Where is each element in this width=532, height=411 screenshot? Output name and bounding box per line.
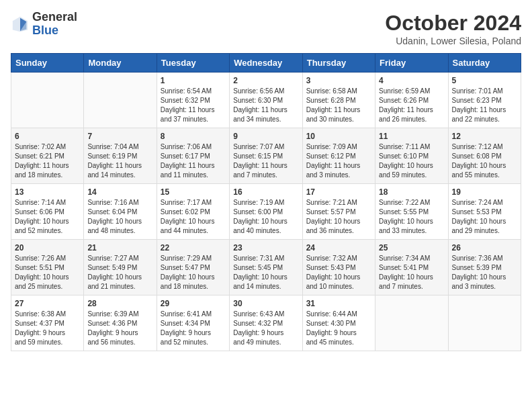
logo-text: General Blue xyxy=(32,11,77,38)
day-info: Sunrise: 7:16 AM Sunset: 6:04 PM Dayligh… xyxy=(87,198,152,236)
day-number: 18 xyxy=(379,187,444,197)
day-number: 1 xyxy=(161,76,226,85)
day-number: 3 xyxy=(306,76,371,85)
page-header: General Blue October 2024 Udanin, Lower … xyxy=(11,11,521,46)
day-info: Sunrise: 7:11 AM Sunset: 6:10 PM Dayligh… xyxy=(379,142,444,180)
day-info: Sunrise: 7:14 AM Sunset: 6:06 PM Dayligh… xyxy=(15,198,80,236)
day-info: Sunrise: 7:06 AM Sunset: 6:17 PM Dayligh… xyxy=(161,142,226,180)
calendar-cell: 20Sunrise: 7:26 AM Sunset: 5:51 PM Dayli… xyxy=(11,240,84,295)
calendar-cell: 22Sunrise: 7:29 AM Sunset: 5:47 PM Dayli… xyxy=(157,240,229,295)
week-row-3: 13Sunrise: 7:14 AM Sunset: 6:06 PM Dayli… xyxy=(11,184,521,240)
day-info: Sunrise: 6:56 AM Sunset: 6:30 PM Dayligh… xyxy=(233,87,298,124)
calendar-cell: 9Sunrise: 7:07 AM Sunset: 6:15 PM Daylig… xyxy=(230,128,302,184)
calendar-cell: 19Sunrise: 7:24 AM Sunset: 5:53 PM Dayli… xyxy=(448,184,521,240)
logo-icon xyxy=(11,15,30,34)
day-info: Sunrise: 6:54 AM Sunset: 6:32 PM Dayligh… xyxy=(161,87,226,124)
day-number: 23 xyxy=(233,243,298,253)
day-info: Sunrise: 7:27 AM Sunset: 5:49 PM Dayligh… xyxy=(87,254,152,291)
calendar-cell: 31Sunrise: 6:44 AM Sunset: 4:30 PM Dayli… xyxy=(302,295,375,351)
calendar-cell: 8Sunrise: 7:06 AM Sunset: 6:17 PM Daylig… xyxy=(157,128,229,184)
calendar-cell: 29Sunrise: 6:41 AM Sunset: 4:34 PM Dayli… xyxy=(157,295,229,351)
day-number: 25 xyxy=(379,243,444,253)
calendar-cell xyxy=(11,73,84,128)
week-row-5: 27Sunrise: 6:38 AM Sunset: 4:37 PM Dayli… xyxy=(11,295,521,351)
calendar-cell: 1Sunrise: 6:54 AM Sunset: 6:32 PM Daylig… xyxy=(157,73,229,128)
header-cell-friday: Friday xyxy=(375,54,448,73)
day-number: 4 xyxy=(379,76,444,85)
header-cell-saturday: Saturday xyxy=(448,54,521,73)
location-subtitle: Udanin, Lower Silesia, Poland xyxy=(385,36,521,46)
day-number: 26 xyxy=(452,243,517,253)
day-info: Sunrise: 7:09 AM Sunset: 6:12 PM Dayligh… xyxy=(306,142,371,180)
calendar-cell: 11Sunrise: 7:11 AM Sunset: 6:10 PM Dayli… xyxy=(375,128,448,184)
calendar-cell: 16Sunrise: 7:19 AM Sunset: 6:00 PM Dayli… xyxy=(230,184,302,240)
day-info: Sunrise: 6:39 AM Sunset: 4:36 PM Dayligh… xyxy=(87,310,152,347)
day-number: 7 xyxy=(87,132,152,141)
day-number: 13 xyxy=(15,187,80,197)
day-info: Sunrise: 6:38 AM Sunset: 4:37 PM Dayligh… xyxy=(15,310,80,347)
day-number: 14 xyxy=(87,187,152,197)
day-info: Sunrise: 6:41 AM Sunset: 4:34 PM Dayligh… xyxy=(161,310,226,347)
header-cell-monday: Monday xyxy=(84,54,157,73)
week-row-2: 6Sunrise: 7:02 AM Sunset: 6:21 PM Daylig… xyxy=(11,128,521,184)
day-info: Sunrise: 7:17 AM Sunset: 6:02 PM Dayligh… xyxy=(161,198,226,236)
week-row-1: 1Sunrise: 6:54 AM Sunset: 6:32 PM Daylig… xyxy=(11,73,521,128)
day-info: Sunrise: 6:58 AM Sunset: 6:28 PM Dayligh… xyxy=(306,87,371,124)
calendar-cell: 30Sunrise: 6:43 AM Sunset: 4:32 PM Dayli… xyxy=(230,295,302,351)
calendar-cell: 5Sunrise: 7:01 AM Sunset: 6:23 PM Daylig… xyxy=(448,73,521,128)
day-info: Sunrise: 7:04 AM Sunset: 6:19 PM Dayligh… xyxy=(87,142,152,180)
calendar-cell: 18Sunrise: 7:22 AM Sunset: 5:55 PM Dayli… xyxy=(375,184,448,240)
day-number: 17 xyxy=(306,187,371,197)
day-info: Sunrise: 7:02 AM Sunset: 6:21 PM Dayligh… xyxy=(15,142,80,180)
month-title: October 2024 xyxy=(385,11,521,36)
day-number: 27 xyxy=(15,299,80,308)
calendar-cell: 27Sunrise: 6:38 AM Sunset: 4:37 PM Dayli… xyxy=(11,295,84,351)
day-number: 12 xyxy=(452,132,517,141)
day-number: 29 xyxy=(161,299,226,308)
day-info: Sunrise: 7:07 AM Sunset: 6:15 PM Dayligh… xyxy=(233,142,298,180)
day-info: Sunrise: 6:59 AM Sunset: 6:26 PM Dayligh… xyxy=(379,87,444,124)
day-info: Sunrise: 7:24 AM Sunset: 5:53 PM Dayligh… xyxy=(452,198,517,236)
day-number: 9 xyxy=(233,132,298,141)
day-info: Sunrise: 7:36 AM Sunset: 5:39 PM Dayligh… xyxy=(452,254,517,291)
calendar-cell: 14Sunrise: 7:16 AM Sunset: 6:04 PM Dayli… xyxy=(84,184,157,240)
calendar-cell: 21Sunrise: 7:27 AM Sunset: 5:49 PM Dayli… xyxy=(84,240,157,295)
calendar-cell: 3Sunrise: 6:58 AM Sunset: 6:28 PM Daylig… xyxy=(302,73,375,128)
calendar-body: 1Sunrise: 6:54 AM Sunset: 6:32 PM Daylig… xyxy=(11,73,521,351)
calendar-cell: 7Sunrise: 7:04 AM Sunset: 6:19 PM Daylig… xyxy=(84,128,157,184)
day-number: 19 xyxy=(452,187,517,197)
day-number: 15 xyxy=(161,187,226,197)
day-info: Sunrise: 7:29 AM Sunset: 5:47 PM Dayligh… xyxy=(161,254,226,291)
day-info: Sunrise: 7:12 AM Sunset: 6:08 PM Dayligh… xyxy=(452,142,517,180)
day-info: Sunrise: 7:34 AM Sunset: 5:41 PM Dayligh… xyxy=(379,254,444,291)
calendar-table: SundayMondayTuesdayWednesdayThursdayFrid… xyxy=(11,53,521,351)
day-info: Sunrise: 6:43 AM Sunset: 4:32 PM Dayligh… xyxy=(233,310,298,347)
day-number: 24 xyxy=(306,243,371,253)
header-cell-tuesday: Tuesday xyxy=(157,54,229,73)
logo: General Blue xyxy=(11,11,77,38)
calendar-cell: 13Sunrise: 7:14 AM Sunset: 6:06 PM Dayli… xyxy=(11,184,84,240)
header-cell-sunday: Sunday xyxy=(11,54,84,73)
calendar-cell: 10Sunrise: 7:09 AM Sunset: 6:12 PM Dayli… xyxy=(302,128,375,184)
calendar-cell: 12Sunrise: 7:12 AM Sunset: 6:08 PM Dayli… xyxy=(448,128,521,184)
calendar-cell: 26Sunrise: 7:36 AM Sunset: 5:39 PM Dayli… xyxy=(448,240,521,295)
calendar-cell xyxy=(375,295,448,351)
day-number: 21 xyxy=(87,243,152,253)
day-number: 22 xyxy=(161,243,226,253)
day-number: 20 xyxy=(15,243,80,253)
week-row-4: 20Sunrise: 7:26 AM Sunset: 5:51 PM Dayli… xyxy=(11,240,521,295)
day-info: Sunrise: 6:44 AM Sunset: 4:30 PM Dayligh… xyxy=(306,310,371,347)
calendar-cell: 24Sunrise: 7:32 AM Sunset: 5:43 PM Dayli… xyxy=(302,240,375,295)
header-cell-wednesday: Wednesday xyxy=(230,54,302,73)
day-number: 30 xyxy=(233,299,298,308)
day-info: Sunrise: 7:26 AM Sunset: 5:51 PM Dayligh… xyxy=(15,254,80,291)
calendar-cell: 28Sunrise: 6:39 AM Sunset: 4:36 PM Dayli… xyxy=(84,295,157,351)
day-number: 6 xyxy=(15,132,80,141)
day-info: Sunrise: 7:19 AM Sunset: 6:00 PM Dayligh… xyxy=(233,198,298,236)
day-number: 8 xyxy=(161,132,226,141)
day-number: 16 xyxy=(233,187,298,197)
title-block: October 2024 Udanin, Lower Silesia, Pola… xyxy=(385,11,521,46)
calendar-cell: 15Sunrise: 7:17 AM Sunset: 6:02 PM Dayli… xyxy=(157,184,229,240)
day-info: Sunrise: 7:21 AM Sunset: 5:57 PM Dayligh… xyxy=(306,198,371,236)
calendar-cell: 6Sunrise: 7:02 AM Sunset: 6:21 PM Daylig… xyxy=(11,128,84,184)
